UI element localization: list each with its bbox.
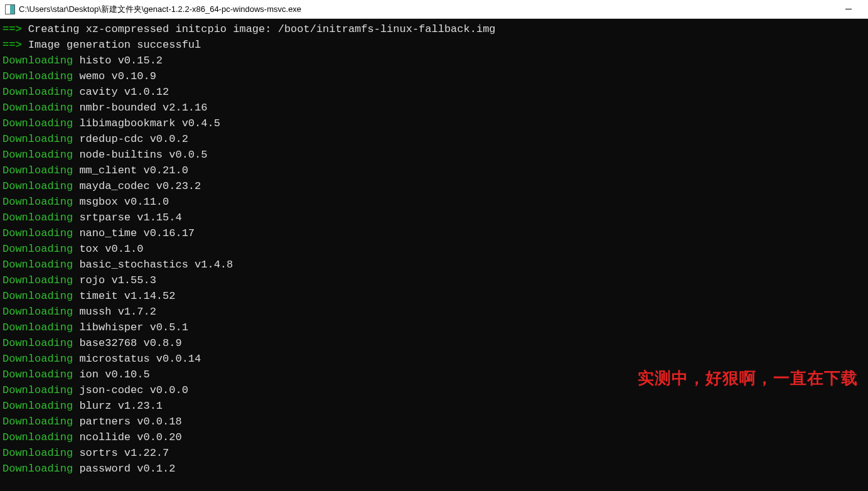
- download-package: wemo v0.10.9: [73, 70, 156, 82]
- download-package: histo v0.15.2: [73, 55, 163, 67]
- terminal-line: Downloading timeit v1.14.52: [3, 288, 868, 304]
- download-package: srtparse v1.15.4: [73, 212, 181, 224]
- download-label: Downloading: [3, 384, 73, 396]
- download-package: mussh v1.7.2: [73, 306, 156, 318]
- download-label: Downloading: [3, 290, 73, 302]
- download-label: Downloading: [3, 102, 73, 114]
- download-label: Downloading: [3, 259, 73, 271]
- download-package: nmbr-bounded v2.1.16: [73, 102, 207, 114]
- terminal-line: Downloading mm_client v0.21.0: [3, 163, 868, 178]
- minimize-button[interactable]: [839, 3, 858, 16]
- download-package: basic_stochastics v1.4.8: [73, 259, 233, 271]
- download-label: Downloading: [3, 133, 73, 145]
- download-package: ion v0.10.5: [73, 369, 149, 380]
- download-label: Downloading: [3, 463, 73, 475]
- terminal-line: Downloading basic_stochastics v1.4.8: [3, 257, 868, 272]
- window-title: C:\Users\star\Desktop\新建文件夹\genact-1.2.2…: [19, 4, 839, 15]
- download-label: Downloading: [3, 321, 73, 333]
- download-package: libimagbookmark v0.4.5: [73, 117, 220, 129]
- terminal-line: Downloading msgbox v0.11.0: [3, 194, 868, 210]
- app-window: C:\Users\star\Desktop\新建文件夹\genact-1.2.2…: [0, 0, 868, 491]
- download-label: Downloading: [3, 86, 73, 98]
- download-package: sortrs v1.22.7: [73, 447, 169, 459]
- download-label: Downloading: [3, 306, 73, 318]
- download-label: Downloading: [3, 165, 73, 176]
- terminal-line: Downloading tox v0.1.0: [3, 241, 868, 257]
- download-label: Downloading: [3, 337, 73, 349]
- download-label: Downloading: [3, 70, 73, 82]
- download-label: Downloading: [3, 416, 73, 428]
- download-package: json-codec v0.0.0: [73, 384, 188, 396]
- terminal-line: Downloading cavity v1.0.12: [3, 84, 868, 100]
- download-label: Downloading: [3, 196, 73, 208]
- download-label: Downloading: [3, 212, 73, 224]
- download-label: Downloading: [3, 353, 73, 365]
- terminal-line: Downloading nmbr-bounded v2.1.16: [3, 100, 868, 116]
- download-label: Downloading: [3, 431, 73, 443]
- terminal-line: Downloading password v0.1.2: [3, 461, 868, 477]
- terminal-line: ==> Image generation successful: [3, 37, 868, 53]
- download-package: blurz v1.23.1: [73, 400, 163, 412]
- terminal-line: ==> Creating xz-compressed initcpio imag…: [3, 21, 868, 37]
- terminal-line: Downloading base32768 v0.8.9: [3, 335, 868, 351]
- terminal-line: Downloading node-builtins v0.0.5: [3, 147, 868, 163]
- download-label: Downloading: [3, 180, 73, 192]
- download-label: Downloading: [3, 55, 73, 67]
- terminal-line: Downloading wemo v0.10.9: [3, 68, 868, 84]
- window-controls: [839, 3, 863, 16]
- download-label: Downloading: [3, 400, 73, 412]
- app-icon: [5, 4, 15, 14]
- download-package: mayda_codec v0.23.2: [73, 180, 201, 192]
- download-package: rojo v1.55.3: [73, 274, 156, 286]
- terminal-line: Downloading partners v0.0.18: [3, 414, 868, 429]
- download-package: password v0.1.2: [73, 463, 175, 475]
- download-label: Downloading: [3, 369, 73, 380]
- terminal-line: Downloading libimagbookmark v0.4.5: [3, 116, 868, 131]
- terminal-line: Downloading microstatus v0.0.14: [3, 351, 868, 367]
- download-package: microstatus v0.0.14: [73, 353, 201, 365]
- download-package: timeit v1.14.52: [73, 290, 175, 302]
- download-package: tox v0.1.0: [73, 243, 143, 255]
- terminal-output[interactable]: ==> Creating xz-compressed initcpio imag…: [0, 19, 868, 491]
- header-text: Creating xz-compressed initcpio image: /…: [22, 23, 496, 35]
- download-package: partners v0.0.18: [73, 416, 181, 428]
- prompt-arrow: ==>: [3, 23, 22, 35]
- download-package: cavity v1.0.12: [73, 86, 169, 98]
- download-label: Downloading: [3, 227, 73, 239]
- terminal-line: Downloading blurz v1.23.1: [3, 398, 868, 414]
- terminal-line: Downloading mussh v1.7.2: [3, 304, 868, 320]
- terminal-line: Downloading histo v0.15.2: [3, 53, 868, 68]
- header-text: Image generation successful: [22, 39, 201, 51]
- download-package: node-builtins v0.0.5: [73, 149, 207, 161]
- titlebar[interactable]: C:\Users\star\Desktop\新建文件夹\genact-1.2.2…: [0, 0, 868, 19]
- download-package: ncollide v0.0.20: [73, 431, 181, 443]
- terminal-line: Downloading rdedup-cdc v0.0.2: [3, 131, 868, 147]
- terminal-line: Downloading srtparse v1.15.4: [3, 210, 868, 225]
- terminal-line: Downloading libwhisper v0.5.1: [3, 320, 868, 335]
- download-package: msgbox v0.11.0: [73, 196, 169, 208]
- terminal-line: Downloading ncollide v0.0.20: [3, 429, 868, 445]
- download-label: Downloading: [3, 274, 73, 286]
- download-package: rdedup-cdc v0.0.2: [73, 133, 188, 145]
- terminal-line: Downloading nano_time v0.16.17: [3, 225, 868, 241]
- download-label: Downloading: [3, 243, 73, 255]
- terminal-line: Downloading sortrs v1.22.7: [3, 445, 868, 461]
- prompt-arrow: ==>: [3, 39, 22, 51]
- terminal-line: Downloading mayda_codec v0.23.2: [3, 178, 868, 194]
- download-package: base32768 v0.8.9: [73, 337, 181, 349]
- terminal-line: Downloading rojo v1.55.3: [3, 272, 868, 288]
- overlay-annotation: 实测中，好狠啊，一直在下载: [638, 370, 858, 386]
- download-label: Downloading: [3, 447, 73, 459]
- download-package: mm_client v0.21.0: [73, 165, 188, 176]
- download-package: libwhisper v0.5.1: [73, 321, 188, 333]
- download-label: Downloading: [3, 117, 73, 129]
- download-label: Downloading: [3, 149, 73, 161]
- download-package: nano_time v0.16.17: [73, 227, 195, 239]
